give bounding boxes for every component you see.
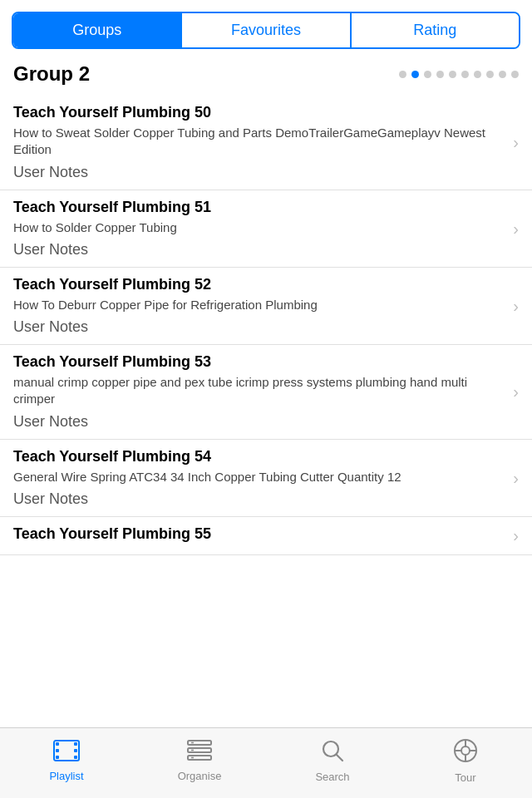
dot-5 [461, 71, 469, 78]
item-title: Teach Yourself Plumbing 53 [13, 353, 519, 371]
item-title: Teach Yourself Plumbing 52 [13, 276, 519, 293]
search-label: Search [315, 771, 349, 783]
bottom-tab-bar: Playlist Organise Search [0, 727, 532, 798]
list-item[interactable]: Teach Yourself Plumbing 53 manual crimp … [0, 345, 532, 440]
svg-rect-4 [74, 742, 77, 746]
organise-label: Organise [178, 770, 222, 782]
item-subtitle: How To Deburr Copper Pipe for Refrigerat… [13, 297, 519, 313]
dot-4 [449, 71, 456, 78]
bottom-tab-organise[interactable]: Organise [133, 728, 266, 798]
chevron-icon: › [513, 133, 519, 152]
item-notes: User Notes [13, 164, 519, 181]
svg-rect-3 [56, 756, 59, 759]
playlist-label: Playlist [49, 770, 83, 782]
chevron-icon: › [513, 296, 519, 315]
bottom-tab-search[interactable]: Search [266, 728, 399, 798]
list-item[interactable]: Teach Yourself Plumbing 54 General Wire … [0, 440, 532, 517]
dot-6 [474, 71, 481, 78]
tour-icon [452, 737, 479, 768]
tab-favourites[interactable]: Favourites [182, 13, 351, 47]
page-dots [399, 71, 519, 78]
organise-icon [186, 739, 213, 766]
content-list: Teach Yourself Plumbing 50 How to Sweat … [0, 89, 532, 727]
chevron-icon: › [513, 526, 519, 545]
bottom-tab-playlist[interactable]: Playlist [0, 728, 133, 798]
top-tab-bar: Groups Favourites Rating [12, 12, 520, 49]
svg-rect-6 [74, 756, 77, 759]
svg-point-16 [461, 746, 470, 755]
dot-1 [411, 71, 419, 78]
list-item[interactable]: Teach Yourself Plumbing 52 How To Deburr… [0, 268, 532, 345]
list-item[interactable]: Teach Yourself Plumbing 55 › [0, 517, 532, 555]
item-subtitle: How to Solder Copper Tubing [13, 219, 519, 236]
item-title: Teach Yourself Plumbing 54 [13, 448, 519, 466]
search-icon [320, 738, 345, 767]
chevron-icon: › [513, 382, 519, 401]
tab-groups[interactable]: Groups [13, 13, 182, 47]
dot-0 [399, 71, 406, 78]
playlist-icon [52, 739, 81, 766]
item-notes: User Notes [13, 490, 519, 508]
group-title: Group 2 [13, 62, 90, 86]
dot-7 [486, 71, 494, 78]
svg-rect-2 [56, 749, 59, 752]
svg-rect-1 [56, 742, 59, 746]
item-notes: User Notes [13, 413, 519, 431]
chevron-icon: › [513, 219, 519, 238]
chevron-icon: › [513, 468, 519, 487]
tour-label: Tour [455, 771, 475, 784]
item-title: Teach Yourself Plumbing 50 [13, 104, 519, 121]
dot-8 [499, 71, 506, 78]
list-item[interactable]: Teach Yourself Plumbing 50 How to Sweat … [0, 96, 532, 190]
bottom-tab-tour[interactable]: Tour [399, 728, 532, 798]
item-notes: User Notes [13, 241, 519, 259]
item-notes: User Notes [13, 318, 519, 336]
group-header: Group 2 [0, 56, 532, 89]
item-title: Teach Yourself Plumbing 55 [13, 525, 519, 543]
dot-2 [424, 71, 431, 78]
dot-3 [436, 71, 444, 78]
svg-rect-5 [74, 749, 77, 752]
item-subtitle: manual crimp copper pipe and pex tube ic… [13, 374, 519, 408]
list-item[interactable]: Teach Yourself Plumbing 51 How to Solder… [0, 190, 532, 268]
dot-9 [511, 71, 519, 78]
item-subtitle: General Wire Spring ATC34 34 Inch Copper… [13, 469, 519, 485]
item-title: Teach Yourself Plumbing 51 [13, 199, 519, 216]
tab-rating[interactable]: Rating [352, 13, 519, 47]
svg-line-14 [337, 755, 343, 761]
item-subtitle: How to Sweat Solder Copper Tubing and Pa… [13, 125, 519, 159]
